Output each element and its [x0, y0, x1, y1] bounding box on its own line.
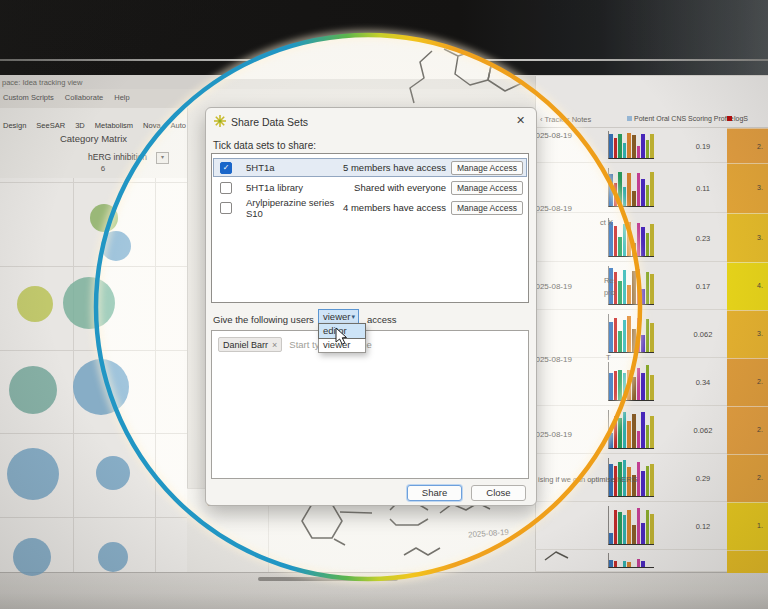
user-input-box[interactable]: Daniel Barr × Start typing a name [211, 330, 529, 479]
dataset-checkbox[interactable]: ✓ [220, 162, 232, 174]
close-button[interactable]: Close [471, 485, 526, 501]
access-label: access [367, 314, 397, 325]
manage-access-button[interactable]: Manage Access [451, 181, 523, 195]
dataset-access-status: 5 members have access [343, 162, 446, 173]
matrix-bubble[interactable] [101, 231, 131, 261]
matrix-bubble[interactable] [7, 448, 59, 500]
manage-access-button[interactable]: Manage Access [451, 201, 523, 215]
share-datasets-dialog: Share Data Sets ✕ Tick data sets to shar… [205, 107, 537, 506]
dataset-checkbox[interactable] [220, 202, 232, 214]
dataset-access-status: 4 members have access [343, 202, 446, 213]
close-icon[interactable]: ✕ [516, 114, 525, 127]
horizontal-scrollbar[interactable] [258, 577, 398, 581]
remove-user-icon[interactable]: × [272, 340, 277, 350]
matrix-bubble[interactable] [90, 204, 118, 232]
letterbox-divider-line [0, 59, 768, 61]
manage-access-button[interactable]: Manage Access [451, 161, 523, 175]
share-button[interactable]: Share [407, 485, 462, 501]
matrix-bubble[interactable] [98, 542, 128, 572]
dataset-checkbox[interactable] [220, 182, 232, 194]
dataset-name: 5HT1a library [246, 182, 354, 193]
dataset-list: ✓5HT1a5 members have accessManage Access… [211, 153, 529, 303]
tick-datasets-label: Tick data sets to share: [213, 140, 316, 151]
user-chip: Daniel Barr × [218, 337, 282, 352]
matrix-bubble[interactable] [9, 366, 57, 414]
chevron-down-icon: ▾ [351, 313, 358, 321]
dialog-title: Share Data Sets [231, 116, 308, 128]
user-chip-name: Daniel Barr [223, 340, 268, 350]
matrix-bubble[interactable] [73, 359, 129, 415]
dataset-name: Arylpiperazine series S10 [246, 197, 343, 219]
dataset-name: 5HT1a [246, 162, 343, 173]
screenshot-stage: pace: Idea tracking view Custom ScriptsC… [0, 0, 768, 609]
mouse-cursor [335, 327, 349, 346]
matrix-bubble[interactable] [17, 286, 53, 322]
matrix-bubble[interactable] [96, 456, 130, 490]
give-users-label: Give the following users [213, 314, 314, 325]
share-dialog-icon [213, 114, 227, 128]
dataset-row[interactable]: 5HT1a libraryShared with everyoneManage … [214, 179, 526, 196]
dataset-access-status: Shared with everyone [354, 182, 446, 193]
letterbox-top [0, 0, 768, 75]
role-select-value: viewer [319, 311, 351, 322]
role-select[interactable]: viewer ▾ [318, 309, 359, 324]
matrix-bubble[interactable] [13, 538, 51, 576]
matrix-bubble[interactable] [63, 277, 115, 329]
dataset-row[interactable]: Arylpiperazine series S104 members have … [214, 199, 526, 216]
dataset-row[interactable]: ✓5HT1a5 members have accessManage Access [214, 159, 526, 176]
